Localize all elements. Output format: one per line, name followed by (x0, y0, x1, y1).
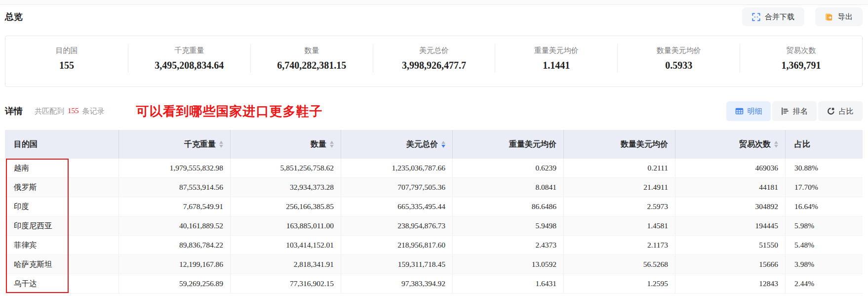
col-header-kg-weight[interactable]: 千克重量 (118, 130, 230, 159)
stat-label: 重量美元均价 (534, 46, 579, 55)
summary-stat: 数量美元均价0.5933 (617, 44, 740, 73)
export-document-icon (825, 13, 833, 21)
stat-value: 1,369,791 (782, 60, 821, 71)
cell-quantity: 256,166,385.85 (230, 197, 341, 216)
cell-dest-country: 乌干达 (5, 274, 118, 293)
sort-carets-icon (330, 141, 334, 148)
view-tab-label: 占比 (839, 107, 854, 116)
sort-desc-icon (441, 145, 445, 148)
cell-dest-country: 哈萨克斯坦 (5, 255, 118, 274)
cell-usd-per-kg: 5.9498 (452, 216, 563, 235)
col-header-label: 千克重量 (184, 139, 216, 150)
cell-trade-count: 12843 (675, 274, 785, 293)
cell-usd-per-qty: 1.2595 (563, 274, 675, 293)
table-row: 印度尼西亚40,161,889.52163,885,011.00238,954,… (5, 216, 863, 236)
cell-trade-count: 469036 (675, 159, 785, 177)
match-count: 155 (68, 107, 79, 116)
table-row: 菲律宾89,836,784.22103,414,152.01218,956,81… (5, 236, 863, 255)
cell-usd-per-qty: 2.5973 (563, 197, 675, 216)
col-header-quantity[interactable]: 数量 (230, 130, 341, 159)
col-header-usd-per-qty: 数量美元均价 (563, 130, 675, 159)
view-tab-label: 排名 (793, 107, 808, 116)
pie-donut-icon (827, 107, 835, 115)
stat-value: 0.5933 (665, 60, 692, 71)
match-count-text: 共匹配到 155 条记录 (35, 107, 105, 116)
cell-usd-total: 238,954,876.73 (341, 216, 452, 235)
summary-stat: 千克重量3,495,208,834.64 (128, 44, 250, 73)
cell-kg-weight: 40,161,889.52 (118, 216, 230, 235)
table-row: 哈萨克斯坦12,199,167.862,818,341.91159,311,71… (5, 255, 863, 274)
col-header-trade-count[interactable]: 贸易次数 (675, 130, 785, 159)
match-suffix: 条记录 (82, 107, 105, 116)
view-tab-rank[interactable]: 排名 (772, 101, 817, 121)
page-title: 总览 (5, 11, 23, 23)
col-header-label: 美元总价 (406, 139, 438, 150)
dashboard-page: 总览 合并下载 导出 (0, 0, 868, 296)
match-prefix: 共匹配到 (35, 107, 64, 116)
sort-asc-icon (219, 141, 223, 144)
summary-stat: 美元总价3,998,926,477.7 (373, 44, 495, 73)
cell-usd-total: 1,235,036,787.66 (341, 159, 452, 177)
view-tab-detail[interactable]: 明细 (726, 101, 771, 121)
stat-label: 美元总价 (419, 46, 449, 55)
summary-stat: 贸易次数1,369,791 (740, 44, 862, 73)
col-header-label: 数量 (311, 139, 326, 150)
cell-trade-count: 194445 (675, 216, 785, 235)
cell-dest-country: 菲律宾 (5, 236, 118, 254)
col-header-share: 占比 (785, 130, 863, 159)
stat-value: 3,998,926,477.7 (402, 60, 466, 71)
sort-carets-icon (441, 141, 445, 148)
col-header-label: 目的国 (14, 139, 38, 150)
cell-share: 17.70% (785, 178, 863, 197)
table-row: 越南1,979,555,832.985,851,256,758.621,235,… (5, 159, 863, 178)
table-header-row: 目的国千克重量数量美元总价重量美元均价数量美元均价贸易次数占比 (5, 130, 863, 159)
cell-share: 5.98% (785, 216, 863, 235)
summary-card: 目的国155千克重量3,495,208,834.64数量6,740,282,38… (5, 36, 863, 87)
table-row: 俄罗斯87,553,914.5632,934,373.28707,797,505… (5, 178, 863, 197)
cell-usd-total: 218,956,817.60 (341, 236, 452, 254)
col-header-label: 贸易次数 (739, 139, 771, 150)
cell-kg-weight: 89,836,784.22 (118, 236, 230, 254)
top-divider (0, 0, 868, 5)
sort-carets-icon (219, 141, 223, 148)
col-header-label: 占比 (794, 139, 810, 150)
col-header-label: 数量美元均价 (621, 139, 668, 150)
cell-share: 2.44% (785, 274, 863, 293)
cell-trade-count: 44181 (675, 178, 785, 197)
merge-download-label: 合并下载 (765, 12, 794, 22)
cell-kg-weight: 87,553,914.56 (118, 178, 230, 197)
merge-download-button[interactable]: 合并下载 (742, 7, 804, 26)
cell-usd-per-kg: 0.6239 (452, 159, 563, 177)
cell-usd-total: 159,311,718.45 (341, 255, 452, 274)
top-bar: 总览 合并下载 导出 (5, 6, 863, 28)
sort-carets-icon (774, 141, 778, 148)
col-header-usd-total[interactable]: 美元总价 (341, 130, 452, 159)
cell-usd-per-kg: 86.6486 (452, 197, 563, 216)
cell-quantity: 32,934,373.28 (230, 178, 341, 197)
summary-stat: 目的国155 (5, 44, 128, 73)
cell-usd-per-qty: 56.5268 (563, 255, 675, 274)
cell-trade-count: 304892 (675, 197, 785, 216)
ranking-bars-icon (781, 107, 789, 115)
annotation-text: 可以看到哪些国家进口更多鞋子 (136, 103, 323, 120)
export-label: 导出 (838, 12, 853, 22)
export-button[interactable]: 导出 (815, 7, 863, 26)
cell-dest-country: 俄罗斯 (5, 178, 118, 197)
cell-share: 3.98% (785, 255, 863, 274)
topbar-buttons: 合并下载 导出 (742, 7, 863, 26)
detail-table: 目的国千克重量数量美元总价重量美元均价数量美元均价贸易次数占比 越南1,979,… (5, 130, 863, 294)
view-tab-ratio[interactable]: 占比 (818, 101, 863, 121)
cell-usd-per-qty: 1.4581 (563, 216, 675, 235)
merge-corners-icon (752, 13, 760, 21)
detail-title: 详情 (5, 105, 23, 117)
cell-trade-count: 15666 (675, 255, 785, 274)
table-row: 乌干达59,269,256.8977,316,902.1597,383,394.… (5, 274, 863, 294)
cell-kg-weight: 12,199,167.86 (118, 255, 230, 274)
stat-value: 1.1441 (543, 60, 570, 71)
cell-quantity: 5,851,256,758.62 (230, 159, 341, 177)
stat-label: 千克重量 (174, 46, 204, 55)
cell-quantity: 163,885,011.00 (230, 216, 341, 235)
table-row: 印度7,678,549.91256,166,385.85665,335,495.… (5, 197, 863, 216)
cell-dest-country: 印度 (5, 197, 118, 216)
stat-label: 目的国 (55, 46, 78, 55)
